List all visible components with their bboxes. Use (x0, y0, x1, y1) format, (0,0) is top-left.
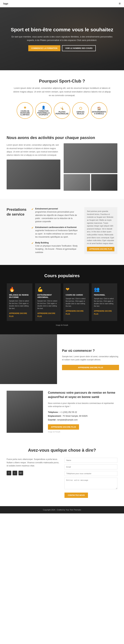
activities-layout: Lorem ipsum dolor sit amet, consectetur … (7, 143, 117, 191)
message-textarea[interactable] (64, 478, 117, 489)
courses-section: Cours populaires 🔥 MÉLANGE DE REMISE EN … (0, 265, 124, 334)
google-icon[interactable]: G+ (18, 471, 23, 475)
services-title: Prestations de service (7, 207, 26, 217)
why-icon-2-label: PILATES PERSONNALISÉ (55, 111, 69, 115)
email-value: template@sample.com (57, 419, 78, 421)
course-title-2: COURS DE CARDIO (66, 294, 87, 296)
why-icon-item[interactable]: ★ COURS DE SIGNATURE ILLIMITÉES (17, 102, 33, 119)
start-section: Par où commencer ? Sample text. Lorem ip… (0, 334, 124, 384)
site-header: logo ≡ (0, 0, 124, 7)
form-message-row (64, 478, 117, 489)
start-button[interactable]: APPRENDRE ENCORE PLUS (62, 365, 119, 370)
why-icon-item[interactable]: 👤 FORMATION PERSONNELLE D'EXPERTS (35, 102, 52, 119)
services-heading: Prestations de service (7, 207, 26, 256)
why-icon-1-label: FORMATION PERSONNELLE D'EXPERTS (37, 110, 50, 116)
course-text-1: Sample text. Click to select the text bo… (37, 300, 58, 310)
activities-image-top (64, 143, 117, 173)
course-text-2: Sample text. Click to select the text bo… (66, 298, 87, 307)
service-item-0: ✔ Entraînement personnel programmes d'ex… (31, 207, 79, 223)
why-icon-item[interactable]: ⬡ ESPACES IDEALES (72, 102, 89, 119)
menu-icon[interactable]: ≡ (119, 2, 121, 6)
testimonials-title: Avez-vous quelque chose à dire? (7, 448, 117, 453)
why-icon-3-symbol: ⬡ (79, 106, 82, 110)
aside-text: Sed pulvinar proin gravida hendrerit lec… (87, 210, 115, 245)
course-text-0: Sample text. Click to select the text bo… (9, 300, 30, 310)
contact-content: Commencez votre parcours de remise en fo… (48, 391, 117, 433)
contact-image (7, 391, 43, 433)
course-link-3[interactable]: APPRENDRE ENCORE PLUS (94, 310, 112, 315)
service-item-2: ✔ Body Building Crée un physique muscula… (31, 241, 79, 254)
check-icon-1: ✔ (31, 226, 34, 229)
service-heading-2: Body Building (35, 242, 49, 244)
course-title-3: PERSONNEL (94, 294, 115, 296)
facebook-icon[interactable]: f (7, 471, 11, 475)
location-value: 75 Street Sample, WI 63025 (63, 415, 88, 417)
contact-note: Image de freepik (48, 431, 117, 433)
start-text: Sample text. Lorem ipsum dolor sit amet,… (62, 355, 119, 361)
testimonials-layout: Fusce porta nunc ullamcorper. Suspendiss… (7, 458, 117, 498)
course-link-0[interactable]: APPRENDRE ENCORE PLUS (9, 312, 27, 317)
course-card-2: ❤ COURS DE CARDIO Sample text. Click to … (63, 283, 89, 321)
form-phone-row (64, 471, 117, 476)
why-icon-0-symbol: ★ (23, 106, 26, 110)
social-icons: f t G+ (7, 471, 60, 475)
activities-section: Nous avons des activités pour chaque pas… (0, 127, 124, 199)
course-link-2[interactable]: APPRENDRE ENCORE PLUS (66, 310, 84, 315)
course-card-0: 🔥 MÉLANGE DE REMISE EN FORME Sample text… (7, 283, 32, 321)
course-card-1: 💪 ENTRAÎNEMENT ABDOMINAL Sample text. Cl… (35, 283, 61, 321)
service-text-1: Entraînement cardiovasculaire et fractio… (35, 226, 79, 238)
why-icon-0-label: COURS DE SIGNATURE ILLIMITÉES (18, 110, 32, 116)
courses-note: Image de freepik (7, 324, 117, 326)
location-label: Emplacement : (48, 415, 62, 417)
why-section: Pourquoi Sport-Club ? Lorem ipsum dolor … (0, 70, 124, 127)
email-label: Courriel : (48, 419, 57, 421)
footer-text: Copyright 2024 - Crafted by Your Text Th… (43, 509, 81, 511)
course-link-1[interactable]: APPRENDRE ENCORE PLUS (37, 312, 55, 317)
why-icon-item[interactable]: 🤸 PILATES PERSONNALISÉ (54, 102, 70, 119)
contact-learn-button[interactable]: APPRENDRE ENCORE PLUS (48, 424, 79, 430)
email-input[interactable] (64, 464, 117, 469)
service-heading-1: Entraînement cardiovasculaire et fractio… (35, 226, 77, 228)
aside-learn-button[interactable]: APPRENDRE ENCORE PLUS (87, 247, 115, 251)
contact-location: Emplacement : 75 Street Sample, WI 63025 (48, 414, 117, 418)
contact-phone: Téléphone : + 1 (232) 252 55 22 (48, 410, 117, 414)
course-icon-0: 🔥 (9, 287, 30, 292)
hero-buttons: COMMENCEZ LA FORMATION VOIR LE NOMBRE DE… (10, 45, 114, 51)
activities-images (64, 143, 117, 191)
name-input[interactable] (64, 458, 117, 463)
testimonials-description: Fusce porta nunc ullamcorper. Suspendiss… (7, 458, 60, 468)
hero-content: Sport et bien-être comme vous le souhait… (0, 26, 124, 51)
hero-section: Sport et bien-être comme vous le souhait… (0, 7, 124, 70)
contact-info: Téléphone : + 1 (232) 252 55 22 Emplacem… (48, 410, 117, 422)
start-title: Par où commencer ? (62, 348, 119, 353)
service-heading-0: Entraînement personnel (35, 208, 58, 210)
phone-input[interactable] (64, 471, 117, 476)
submit-button[interactable]: CONTACTEZ-NOUS (64, 492, 88, 498)
course-title-0: MÉLANGE DE REMISE EN FORME (9, 294, 30, 298)
activities-description: Lorem ipsum dolor sit amet, consectetur … (7, 143, 60, 157)
hero-description: En tant que membre, vous aurez accès à d… (10, 35, 114, 42)
services-aside: Sed pulvinar proin gravida hendrerit lec… (84, 207, 117, 256)
activities-image-bottom-left (64, 174, 90, 191)
form-email-row (64, 464, 117, 469)
course-card-3: 👥 PERSONNEL Sample text. Click to select… (92, 283, 117, 321)
aside-block: Sed pulvinar proin gravida hendrerit lec… (84, 207, 117, 254)
contact-description: Nous sommes à pour répondre à tous besoi… (48, 402, 117, 408)
why-icon-item[interactable]: 🏠 ENTRAÎNEMENTS À DOMICILE (91, 102, 107, 119)
service-desc-1: augmente l'endurance et l'endurance Spéc… (35, 229, 78, 238)
course-icon-3: 👥 (94, 287, 115, 292)
activities-title: Nous avons des activités pour chaque pas… (7, 135, 117, 140)
testimonials-left: Fusce porta nunc ullamcorper. Suspendiss… (7, 458, 60, 498)
why-icon-4-symbol: 🏠 (97, 106, 101, 110)
activities-image-left (7, 160, 60, 189)
contact-section: Commencez votre parcours de remise en fo… (0, 384, 124, 440)
activities-image-row (64, 174, 117, 191)
hero-outline-button[interactable]: VOIR LE NOMBRE DES COURS (62, 45, 96, 51)
form-name-row (64, 458, 117, 463)
why-description: Lorem ipsum dolor sit amet, consectetur … (12, 86, 112, 97)
course-title-1: ENTRAÎNEMENT ABDOMINAL (37, 294, 58, 298)
contact-title: Commencez votre parcours de remise en fo… (48, 391, 117, 399)
hero-primary-button[interactable]: COMMENCEZ LA FORMATION (28, 45, 60, 51)
twitter-icon[interactable]: t (12, 471, 17, 475)
service-item-1: ✔ Entraînement cardiovasculaire et fract… (31, 226, 79, 238)
